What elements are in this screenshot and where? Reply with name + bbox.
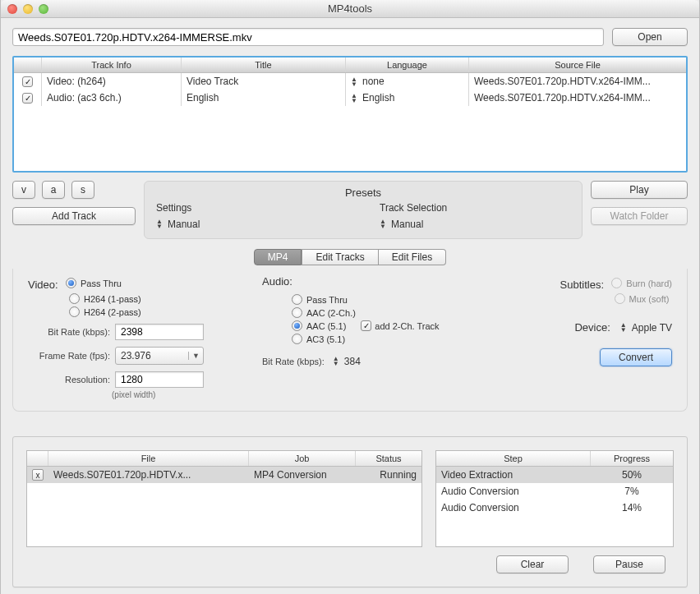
window-title: MP4tools bbox=[1, 2, 699, 15]
track-checkbox[interactable]: ✓ bbox=[22, 76, 33, 87]
device-popup[interactable]: Apple TV bbox=[620, 322, 672, 334]
col-track-info[interactable]: Track Info bbox=[42, 58, 182, 72]
resolution-label: Resolution: bbox=[28, 375, 110, 384]
audio-aac2-radio[interactable] bbox=[292, 307, 302, 318]
track-title: Video Track bbox=[182, 73, 346, 90]
track-info: Audio: (ac3 6ch.) bbox=[42, 90, 182, 106]
col-step[interactable]: Step bbox=[436, 451, 591, 466]
presets-panel: Presets Settings Manual Track Selection … bbox=[144, 181, 583, 239]
window-controls bbox=[7, 4, 48, 14]
jobs-panel: File Job Status x Weeds.S07E01.720p.HDTV… bbox=[12, 436, 688, 587]
col-file[interactable]: File bbox=[48, 451, 249, 466]
track-row[interactable]: ✓ Audio: (ac3 6ch.) English English Weed… bbox=[14, 90, 686, 106]
col-progress[interactable]: Progress bbox=[591, 451, 673, 466]
job-row[interactable]: x Weeds.S07E01.720p.HDTV.x... MP4 Conver… bbox=[27, 467, 421, 483]
source-file-input[interactable] bbox=[12, 28, 604, 46]
framerate-combo[interactable]: 23.976 ▼ bbox=[115, 347, 204, 365]
updown-icon bbox=[351, 94, 359, 104]
updown-icon bbox=[620, 323, 629, 333]
chevron-down-icon: ▼ bbox=[188, 352, 200, 360]
audio-ac351-radio[interactable] bbox=[292, 334, 302, 344]
resolution-hint: (pixel width) bbox=[112, 390, 237, 399]
resolution-input[interactable] bbox=[115, 371, 204, 388]
col-title[interactable]: Title bbox=[182, 58, 346, 72]
video-h264-1pass-radio[interactable] bbox=[69, 293, 80, 304]
track-selection-label: Track Selection bbox=[380, 202, 570, 214]
minimize-window-icon[interactable] bbox=[23, 4, 33, 14]
subtitles-mux-radio bbox=[615, 293, 625, 304]
updown-icon bbox=[333, 357, 341, 366]
track-source: Weeds.S07E01.720p.HDTV.x264-IMM... bbox=[469, 73, 686, 90]
clear-button[interactable]: Clear bbox=[496, 555, 569, 573]
video-h264-2pass-radio[interactable] bbox=[69, 306, 80, 317]
cancel-job-icon[interactable]: x bbox=[32, 469, 44, 481]
jobs-table: File Job Status x Weeds.S07E01.720p.HDTV… bbox=[26, 450, 422, 547]
zoom-window-icon[interactable] bbox=[39, 4, 48, 14]
pause-button[interactable]: Pause bbox=[593, 555, 665, 573]
convert-button[interactable]: Convert bbox=[600, 348, 672, 366]
add-track-button[interactable]: Add Track bbox=[12, 207, 136, 225]
track-title: English bbox=[182, 90, 346, 106]
col-source[interactable]: Source File bbox=[469, 58, 686, 72]
col-status[interactable]: Status bbox=[356, 451, 421, 466]
step-row[interactable]: Video Extraction 50% bbox=[436, 467, 673, 483]
track-selection-popup[interactable]: Manual bbox=[380, 219, 570, 230]
framerate-label: Frame Rate (fps): bbox=[28, 351, 110, 361]
track-row[interactable]: ✓ Video: (h264) Video Track none Weeds.S… bbox=[14, 73, 686, 90]
watch-folder-button[interactable]: Watch Folder bbox=[591, 207, 688, 225]
subtitles-burn-radio bbox=[611, 278, 622, 288]
track-checkbox[interactable]: ✓ bbox=[22, 93, 33, 104]
settings-label: Settings bbox=[156, 202, 347, 214]
titlebar: MP4tools bbox=[1, 0, 699, 18]
track-info: Video: (h264) bbox=[42, 73, 182, 90]
track-lang[interactable]: none bbox=[346, 73, 469, 90]
mp4-settings-panel: Video: Pass Thru H264 (1-pass) H264 (2-p… bbox=[12, 269, 688, 412]
track-source: Weeds.S07E01.720p.HDTV.x264-IMM... bbox=[469, 90, 686, 106]
tracks-table: Track Info Title Language Source File ✓ … bbox=[12, 56, 688, 173]
video-bitrate-input[interactable] bbox=[115, 324, 204, 340]
audio-label: Audio: bbox=[262, 275, 292, 288]
updown-icon bbox=[156, 219, 164, 229]
add-2ch-checkbox[interactable]: ✓ bbox=[361, 320, 371, 331]
col-job[interactable]: Job bbox=[249, 451, 356, 466]
video-label: Video: bbox=[28, 279, 58, 291]
app-window: MP4tools Open Track Info Title Language … bbox=[0, 0, 700, 594]
audio-bitrate-label: Bit Rate (kbps): bbox=[262, 357, 325, 366]
tab-edit-files[interactable]: Edit Files bbox=[379, 249, 446, 265]
audio-pass-thru-radio[interactable] bbox=[292, 294, 302, 305]
step-row[interactable]: Audio Conversion 7% bbox=[436, 483, 673, 500]
mode-tabs: MP4 Edit Tracks Edit Files bbox=[12, 249, 688, 265]
open-button[interactable]: Open bbox=[612, 28, 688, 46]
a-button[interactable]: a bbox=[42, 181, 65, 199]
col-language[interactable]: Language bbox=[346, 58, 469, 72]
device-label: Device: bbox=[574, 321, 610, 334]
tab-mp4[interactable]: MP4 bbox=[254, 249, 302, 265]
audio-aac51-radio[interactable] bbox=[292, 320, 302, 331]
audio-bitrate-popup[interactable]: 384 bbox=[333, 356, 361, 367]
updown-icon bbox=[351, 77, 359, 87]
v-button[interactable]: v bbox=[12, 181, 35, 199]
steps-table: Step Progress Video Extraction 50% Audio… bbox=[435, 450, 674, 547]
track-lang[interactable]: English bbox=[346, 90, 469, 106]
subtitles-label: Subtitles: bbox=[560, 279, 604, 291]
updown-icon bbox=[380, 219, 388, 229]
bitrate-label: Bit Rate (kbps): bbox=[28, 327, 110, 337]
close-window-icon[interactable] bbox=[7, 4, 17, 14]
video-pass-thru-radio[interactable] bbox=[66, 278, 76, 288]
s-button[interactable]: s bbox=[71, 181, 94, 199]
step-row[interactable]: Audio Conversion 14% bbox=[436, 500, 673, 516]
settings-popup[interactable]: Manual bbox=[156, 219, 347, 230]
tab-edit-tracks[interactable]: Edit Tracks bbox=[302, 249, 378, 265]
presets-title: Presets bbox=[156, 186, 570, 199]
play-button[interactable]: Play bbox=[591, 181, 688, 199]
